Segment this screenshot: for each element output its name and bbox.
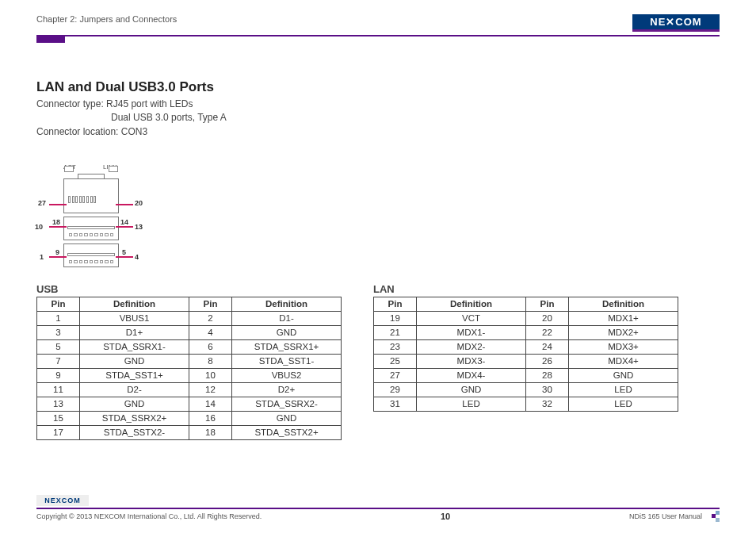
cell-def: VBUS1 bbox=[80, 312, 189, 326]
table-row: 3D1+4GND bbox=[37, 326, 342, 340]
table-row: 11D2-12D2+ bbox=[37, 383, 342, 397]
connector-type-1: RJ45 port with LEDs bbox=[106, 98, 193, 109]
col-def: Definition bbox=[232, 297, 342, 312]
footer-manual-name: NDiS 165 User Manual bbox=[629, 512, 702, 520]
usb-top-port bbox=[63, 217, 119, 240]
cell-pin: 7 bbox=[37, 355, 80, 369]
connector-diagram: ACT LINK 27 20 1 bbox=[35, 166, 720, 277]
col-def: Definition bbox=[569, 297, 678, 312]
cell-pin: 10 bbox=[189, 369, 232, 383]
col-pin: Pin bbox=[189, 297, 232, 312]
cell-def: MDX4+ bbox=[569, 355, 678, 369]
table-row: 7GND8STDA_SST1- bbox=[37, 355, 342, 369]
usb-pins bbox=[69, 233, 113, 236]
cell-pin: 6 bbox=[189, 340, 232, 355]
diagram-pin-18: 18 bbox=[52, 218, 60, 226]
cell-def: STDA_SSRX2- bbox=[232, 397, 342, 412]
cell-def: MDX3+ bbox=[569, 340, 678, 355]
cell-pin: 28 bbox=[526, 369, 569, 383]
diagram-pin-13: 13 bbox=[135, 223, 143, 231]
cell-pin: 27 bbox=[374, 369, 417, 383]
cell-def: D1- bbox=[232, 312, 342, 326]
cell-def: STDA_SSTX2+ bbox=[232, 426, 342, 440]
connector-type-2: Dual USB 3.0 ports, Type A bbox=[36, 111, 720, 125]
cell-pin: 3 bbox=[37, 326, 80, 340]
footer-rule bbox=[36, 508, 720, 509]
chapter-label: Chapter 2: Jumpers and Connectors bbox=[36, 14, 177, 24]
diagram-pin-20: 20 bbox=[135, 199, 143, 207]
cell-def: STDA_SSRX1- bbox=[80, 340, 189, 355]
cell-pin: 4 bbox=[189, 326, 232, 340]
cell-pin: 11 bbox=[37, 383, 80, 397]
table-row: 5STDA_SSRX1-6STDA_SSRX1+ bbox=[37, 340, 342, 355]
cell-def: LED bbox=[569, 397, 678, 412]
connector-location-label: Connector location: bbox=[36, 126, 118, 137]
col-pin: Pin bbox=[37, 297, 80, 312]
cell-def: VBUS2 bbox=[232, 369, 342, 383]
cell-def: GND bbox=[80, 355, 189, 369]
cell-pin: 16 bbox=[189, 412, 232, 426]
footer-logo: NEXCOM bbox=[36, 495, 89, 506]
section-title: LAN and Dual USB3.0 Ports bbox=[36, 79, 720, 95]
cell-pin: 15 bbox=[37, 412, 80, 426]
cell-pin: 12 bbox=[189, 383, 232, 397]
logo-text: NE✕COM bbox=[650, 16, 701, 28]
cell-pin: 24 bbox=[526, 340, 569, 355]
connector-type-line: Connector type: RJ45 port with LEDs bbox=[36, 98, 720, 111]
table-row: 17STDA_SSTX2-18STDA_SSTX2+ bbox=[37, 426, 342, 440]
lead-line bbox=[116, 226, 133, 227]
table-row: 23MDX2-24MDX3+ bbox=[374, 340, 678, 355]
lead-line bbox=[116, 204, 133, 205]
diagram-pin-9: 9 bbox=[55, 248, 59, 256]
cell-pin: 9 bbox=[37, 369, 80, 383]
connector-location-line: Connector location: CON3 bbox=[36, 125, 720, 139]
footer-copyright: Copyright © 2013 NEXCOM International Co… bbox=[36, 512, 262, 520]
col-pin: Pin bbox=[526, 297, 569, 312]
footer-decor-icon bbox=[708, 511, 720, 522]
table-row: 25MDX3-26MDX4+ bbox=[374, 355, 678, 369]
cell-pin: 25 bbox=[374, 355, 417, 369]
diagram-pin-27: 27 bbox=[38, 199, 46, 207]
connector-type-label: Connector type: bbox=[36, 98, 104, 109]
connector-location: CON3 bbox=[121, 126, 147, 137]
cell-def: MDX2- bbox=[417, 340, 526, 355]
table-row: 19VCT20MDX1+ bbox=[374, 312, 678, 326]
cell-def: MDX1- bbox=[417, 326, 526, 340]
cell-pin: 18 bbox=[189, 426, 232, 440]
cell-def: GND bbox=[80, 397, 189, 412]
cell-def: VCT bbox=[417, 312, 526, 326]
tables-row: USB Pin Definition Pin Definition 1VBUS1… bbox=[36, 283, 720, 440]
cell-def: D2+ bbox=[232, 383, 342, 397]
cell-pin: 17 bbox=[37, 426, 80, 440]
usb-tongue bbox=[67, 226, 115, 229]
cell-pin: 26 bbox=[526, 355, 569, 369]
col-def: Definition bbox=[80, 297, 189, 312]
cell-pin: 1 bbox=[37, 312, 80, 326]
lead-line bbox=[49, 226, 67, 227]
lead-line bbox=[116, 256, 133, 257]
table-row: 13GND14STDA_SSRX2- bbox=[37, 397, 342, 412]
cell-def: GND bbox=[569, 369, 678, 383]
page-footer: NEXCOM Copyright © 2013 NEXCOM Internati… bbox=[36, 495, 720, 522]
cell-pin: 21 bbox=[374, 326, 417, 340]
lan-table-label: LAN bbox=[373, 283, 678, 295]
table-row: 15STDA_SSRX2+16GND bbox=[37, 412, 342, 426]
nexcom-logo: NE✕COM bbox=[632, 14, 720, 32]
cell-def: STDA_SSRX1+ bbox=[232, 340, 342, 355]
cell-def: LED bbox=[569, 383, 678, 397]
cell-pin: 31 bbox=[374, 397, 417, 412]
table-row: 31LED32LED bbox=[374, 397, 678, 412]
diagram-pin-5: 5 bbox=[122, 248, 126, 256]
table-row: 9STDA_SST1+10VBUS2 bbox=[37, 369, 342, 383]
cell-def: MDX1+ bbox=[569, 312, 678, 326]
rj45-led-act bbox=[64, 166, 74, 172]
usb-table: Pin Definition Pin Definition 1VBUS12D1-… bbox=[36, 297, 342, 440]
diagram-pin-10: 10 bbox=[35, 223, 43, 231]
cell-def: MDX4- bbox=[417, 369, 526, 383]
cell-def: STDA_SST1+ bbox=[80, 369, 189, 383]
diagram-pin-4: 4 bbox=[135, 253, 139, 261]
table-row: 21MDX1-22MDX2+ bbox=[374, 326, 678, 340]
cell-def: MDX2+ bbox=[569, 326, 678, 340]
cell-def: STDA_SSTX2- bbox=[80, 426, 189, 440]
usb-table-label: USB bbox=[36, 283, 342, 295]
